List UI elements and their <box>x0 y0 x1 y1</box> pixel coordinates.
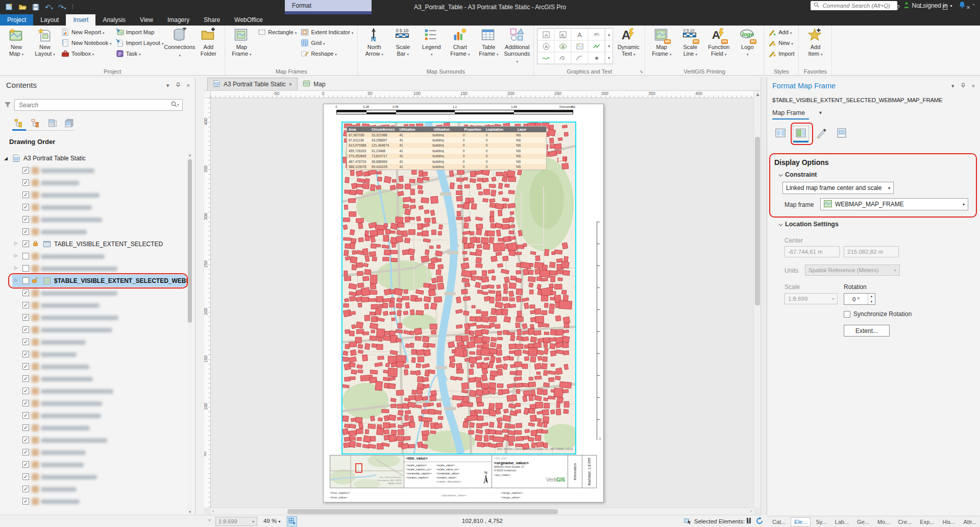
layer-item-blurred[interactable]: ✓ <box>0 312 188 324</box>
gallery-picture-icon[interactable] <box>571 40 588 52</box>
toolbox-button[interactable]: Toolbox ▾ <box>59 48 114 59</box>
visibility-checkbox[interactable]: ✓ <box>22 375 29 382</box>
visibility-checkbox[interactable]: ✓ <box>22 424 29 431</box>
new-notebook-button[interactable]: New Notebook ▾ <box>59 37 114 48</box>
visibility-checkbox[interactable]: ✓ <box>22 437 29 443</box>
legend--button[interactable]: Legend ▾ <box>417 27 446 59</box>
layer-item-blurred[interactable]: ✓ <box>0 299 188 312</box>
collapse-ribbon-icon[interactable]: ⌃ <box>972 3 976 9</box>
spin-up-icon[interactable]: ▲ <box>868 294 875 299</box>
layer-item-blurred[interactable]: ✓ <box>0 373 188 385</box>
layer-item-blurred[interactable]: ✓ <box>0 459 188 471</box>
visibility-checkbox[interactable]: ✓ <box>22 241 29 247</box>
layer-item-blurred[interactable]: ✓ <box>0 226 188 238</box>
add-button[interactable]: Add ▾ <box>766 27 796 37</box>
contents-search[interactable]: ▾ <box>14 99 183 111</box>
tab-weboffice[interactable]: WebOffice <box>227 14 270 26</box>
visibility-checkbox[interactable]: ✓ <box>22 351 29 357</box>
pane-symbol-tab-button[interactable] <box>813 126 829 141</box>
pane-menu-icon[interactable]: ▾ <box>166 82 169 89</box>
layer-item-blurred[interactable]: ✓ <box>0 324 188 336</box>
scroll-left-icon[interactable]: ‹ <box>212 509 214 514</box>
expander-collapsed-icon[interactable]: ▷ <box>14 278 17 282</box>
visibility-checkbox[interactable] <box>22 277 29 284</box>
visibility-checkbox[interactable]: ✓ <box>22 302 29 308</box>
pin-icon[interactable] <box>961 83 966 89</box>
visibility-checkbox[interactable]: ✓ <box>22 388 29 394</box>
synchronize-rotation-checkbox[interactable] <box>844 311 850 318</box>
scroll-up-icon[interactable]: ▲ <box>755 92 760 97</box>
expander-collapsed-icon[interactable]: ▷ <box>14 253 17 258</box>
visibility-checkbox[interactable]: ✓ <box>22 449 29 456</box>
customize-qat-icon[interactable]: ᎒ <box>71 4 75 10</box>
close-pane-icon[interactable]: × <box>972 83 975 89</box>
layer-item-blurred[interactable]: ✓ <box>0 201 188 213</box>
tab-share[interactable]: Share <box>197 14 227 26</box>
visibility-checkbox[interactable] <box>22 265 29 272</box>
layer-item-blurred[interactable]: ✓ <box>0 213 188 226</box>
import-map-button[interactable]: Import Map <box>114 27 166 37</box>
new-layout-button[interactable]: New Layout ▾ <box>31 27 59 59</box>
new-button[interactable]: New ▾ <box>766 37 796 48</box>
layer-item-blurred[interactable]: ✓ <box>0 410 188 422</box>
logo--button[interactable]: logoWDLogo ▾ <box>733 27 762 59</box>
layer-item-blurred[interactable]: ✓ <box>0 348 188 361</box>
layer-item-$table_visible_extent_selected[interactable]: ▷$TABLE_VISIBLE_EXTENT_SELECTED_WEBMAP_M… <box>0 275 188 287</box>
list-by-source-button[interactable] <box>29 117 42 129</box>
layer-item-blurred[interactable]: ✓ <box>0 177 188 189</box>
vertical-scrollbar[interactable]: ▲ <box>753 91 761 508</box>
map-frame-button[interactable]: Map Frame ▾ <box>227 27 256 59</box>
visibility-checkbox[interactable]: ✓ <box>22 204 29 210</box>
list-by-order-button[interactable] <box>12 117 25 129</box>
gallery-up-icon[interactable]: ▲ <box>605 29 612 40</box>
scale-bar-button[interactable]: 0 5 10Scale Bar ▾ <box>388 27 417 59</box>
layer-item-blurred[interactable]: ✓ <box>0 471 188 483</box>
layer-item-blurred[interactable]: ✓ <box>0 495 188 508</box>
pane-tab-sy[interactable]: Sy... <box>813 518 829 526</box>
tab-project[interactable]: Project <box>0 14 33 26</box>
visibility-checkbox[interactable]: ✓ <box>22 400 29 406</box>
undo-icon[interactable]: ↶▾ <box>45 3 53 11</box>
layer-item-blurred[interactable]: ✓ <box>0 446 188 459</box>
pause-drawing-icon[interactable] <box>747 518 751 523</box>
gallery-text-rect-icon[interactable]: A <box>537 29 554 40</box>
pane-tab-his[interactable]: His... <box>939 518 958 526</box>
gallery-text-circle-icon[interactable]: A <box>537 40 554 52</box>
gallery-text-curve-icon[interactable]: abc <box>588 29 605 40</box>
rotation-spinner[interactable]: 0 ° ▲▼ <box>844 293 875 305</box>
dynamic-text-button[interactable]: ADynamic Text ▾ <box>614 27 643 59</box>
layer-item-blurred[interactable]: ▷ <box>0 250 188 262</box>
pane-display-tab-button[interactable] <box>793 126 809 141</box>
visibility-checkbox[interactable]: ✓ <box>22 486 29 492</box>
gallery-text-frame-icon[interactable]: A <box>554 29 571 40</box>
scroll-down-icon[interactable]: ▼ <box>187 510 192 514</box>
layer-item-blurred[interactable]: ✓ <box>0 397 188 410</box>
expander-expanded-icon[interactable]: ◢ <box>4 156 8 161</box>
visibility-checkbox[interactable]: ✓ <box>22 473 29 480</box>
chart-frame-button[interactable]: Chart Frame ▾ <box>446 27 474 59</box>
constraint-dropdown[interactable]: Linked map frame center and scale▾ <box>782 182 894 194</box>
function-field-button[interactable]: AWDFunction Field ▾ <box>704 27 733 59</box>
pane-tab-mo[interactable]: Mo... <box>874 518 893 526</box>
visibility-checkbox[interactable]: ✓ <box>22 216 29 223</box>
command-search[interactable] <box>811 1 897 10</box>
pane-tab-attr[interactable]: Attr... <box>961 518 980 526</box>
visibility-checkbox[interactable] <box>22 253 29 259</box>
import-layout-button[interactable]: Import Layout ▾ <box>114 37 166 48</box>
collapse-location-icon[interactable] <box>778 222 782 226</box>
gallery-text-callout-icon[interactable]: A <box>554 40 571 52</box>
tab-map-frame[interactable]: Map Frame <box>772 109 805 116</box>
pane-frame-tab-button[interactable] <box>772 126 789 141</box>
additional-surrounds-button[interactable]: Additional Surrounds ▾ <box>503 27 531 66</box>
add-folder-button[interactable]: Add Folder <box>194 27 223 58</box>
contents-scrollbar[interactable]: ▲ ▼ <box>187 152 192 515</box>
map-frame-button[interactable]: WDMap Frame ▾ <box>647 27 676 59</box>
horizontal-scrollbar[interactable]: ‹ › <box>211 508 753 515</box>
pane-tab-cre[interactable]: Cre... <box>895 518 915 526</box>
scale-line-button[interactable]: 0 5 10WDScale Line ▾ <box>676 27 704 59</box>
new-map-button[interactable]: New Map ▾ <box>2 27 31 59</box>
layer-item-blurred[interactable]: ✓ <box>0 336 188 348</box>
layer-item-blurred[interactable]: ✓ <box>0 483 188 495</box>
close-tab-icon[interactable]: × <box>289 81 292 87</box>
table-frame-button[interactable]: Table Frame ▾ <box>474 27 503 59</box>
